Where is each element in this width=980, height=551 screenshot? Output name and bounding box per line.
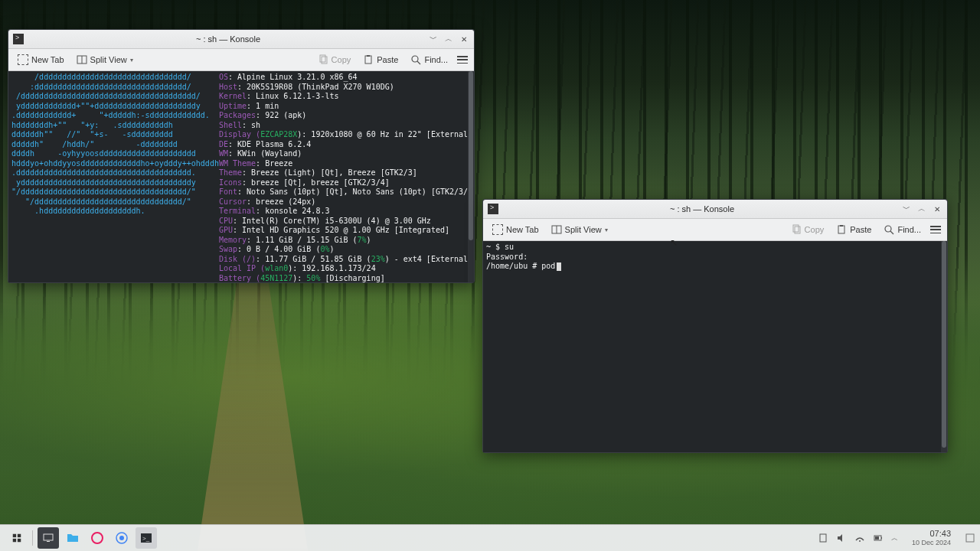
hamburger-menu-button[interactable] xyxy=(929,224,942,235)
folder-icon xyxy=(66,531,80,545)
search-icon xyxy=(410,54,421,65)
new-tab-icon xyxy=(18,54,28,65)
paste-label: Paste xyxy=(377,55,398,64)
svg-rect-10 xyxy=(793,225,799,232)
clock[interactable]: 07:43 10 Dec 2024 xyxy=(912,529,951,547)
tray-expand-icon[interactable]: ︿ xyxy=(891,533,898,543)
chrome-icon xyxy=(115,531,129,545)
svg-rect-3 xyxy=(322,57,327,64)
close-button[interactable]: ✕ xyxy=(459,34,469,44)
scrollbar-thumb[interactable] xyxy=(469,71,473,240)
taskbar-konsole[interactable]: >_ xyxy=(136,527,157,549)
chevron-down-icon: ▾ xyxy=(605,227,608,233)
split-view-icon xyxy=(551,224,562,235)
paste-icon xyxy=(363,54,374,65)
konsole-icon xyxy=(13,34,24,44)
taskbar-system-settings[interactable] xyxy=(38,527,59,549)
system-tray: ︿ 07:43 10 Dec 2024 xyxy=(818,529,975,547)
svg-text:>_: >_ xyxy=(142,535,150,542)
minimize-button[interactable]: ﹀ xyxy=(428,34,439,44)
window-title: ~ : sh — Konsole xyxy=(28,34,428,44)
split-view-label: Split View xyxy=(565,225,602,234)
new-tab-icon xyxy=(492,224,503,235)
split-view-button[interactable]: Split View ▾ xyxy=(72,52,138,67)
split-view-button[interactable]: Split View ▾ xyxy=(547,222,612,237)
svg-rect-13 xyxy=(840,225,843,227)
maximize-button[interactable]: ︿ xyxy=(443,34,454,44)
paste-label: Paste xyxy=(850,225,871,234)
terminal-output[interactable]: /dddddddddddddddddddddddddddddddd/ OS: A… xyxy=(8,71,474,282)
konsole-window-fastfetch[interactable]: ~ : sh — Konsole ﹀ ︿ ✕ New Tab Split Vie… xyxy=(8,29,475,283)
copy-label: Copy xyxy=(805,225,825,234)
svg-point-24 xyxy=(119,536,124,540)
copy-icon xyxy=(318,54,328,65)
taskbar-dolphin[interactable] xyxy=(62,527,83,549)
scrollbar[interactable] xyxy=(941,241,947,452)
new-tab-button[interactable]: New Tab xyxy=(488,222,544,237)
new-tab-label: New Tab xyxy=(31,55,64,64)
battery-tray-icon[interactable] xyxy=(873,533,884,543)
new-tab-button[interactable]: New Tab xyxy=(13,52,69,67)
konsole-icon: >_ xyxy=(139,531,153,545)
svg-point-6 xyxy=(412,56,418,62)
svg-rect-17 xyxy=(18,534,21,537)
svg-rect-31 xyxy=(875,536,879,540)
clock-time: 07:43 xyxy=(912,529,951,538)
desktop: ~ : sh — Konsole ﹀ ︿ ✕ New Tab Split Vie… xyxy=(0,0,980,551)
clock-date: 10 Dec 2024 xyxy=(912,538,951,547)
svg-rect-5 xyxy=(367,55,370,57)
svg-rect-32 xyxy=(966,534,974,542)
terminal-output[interactable]: ~ $ suPassword:/home/ubu # pod xyxy=(483,241,947,452)
copy-icon xyxy=(791,224,802,235)
app-launcher-button[interactable] xyxy=(6,527,28,549)
separator xyxy=(32,530,33,546)
scrollbar[interactable] xyxy=(468,71,474,282)
split-view-icon xyxy=(77,54,87,65)
copy-button[interactable]: Copy xyxy=(786,222,829,237)
network-tray-icon[interactable] xyxy=(854,533,865,543)
close-button[interactable]: ✕ xyxy=(932,204,942,214)
svg-rect-12 xyxy=(838,226,844,233)
svg-rect-11 xyxy=(795,227,800,233)
svg-point-28 xyxy=(859,540,861,542)
svg-rect-20 xyxy=(44,534,53,540)
svg-rect-27 xyxy=(820,534,826,542)
svg-line-15 xyxy=(890,231,893,234)
taskbar[interactable]: >_ ︿ 07:43 10 Dec 2024 xyxy=(0,524,980,551)
minimize-button[interactable]: ﹀ xyxy=(901,204,912,214)
titlebar[interactable]: ~ : sh — Konsole ﹀ ︿ ✕ xyxy=(8,30,474,49)
scrollbar-thumb[interactable] xyxy=(942,241,946,448)
svg-rect-2 xyxy=(320,55,325,62)
opera-icon xyxy=(90,531,104,545)
copy-button[interactable]: Copy xyxy=(313,52,356,67)
svg-line-7 xyxy=(417,61,420,64)
find-button[interactable]: Find... xyxy=(406,52,452,67)
konsole-window-su[interactable]: ~ : sh — Konsole ﹀ ︿ ✕ New Tab Split Vie… xyxy=(482,199,948,453)
volume-tray-icon[interactable] xyxy=(836,533,847,543)
copy-label: Copy xyxy=(332,55,351,64)
window-title: ~ : sh — Konsole xyxy=(503,204,901,214)
clipboard-tray-icon[interactable] xyxy=(818,533,828,543)
paste-button[interactable]: Paste xyxy=(831,222,876,237)
show-desktop-icon[interactable] xyxy=(965,533,975,543)
titlebar[interactable]: ~ : sh — Konsole ﹀ ︿ ✕ xyxy=(483,200,947,219)
monitor-icon xyxy=(42,532,54,544)
svg-rect-16 xyxy=(13,534,16,537)
maximize-button[interactable]: ︿ xyxy=(916,204,927,214)
search-icon xyxy=(884,224,894,235)
svg-rect-18 xyxy=(13,539,16,542)
new-tab-label: New Tab xyxy=(506,225,539,234)
taskbar-chrome[interactable] xyxy=(111,527,132,549)
svg-point-14 xyxy=(885,226,891,232)
toolbar: New Tab Split View ▾ Copy Paste Find... xyxy=(8,49,474,71)
find-button[interactable]: Find... xyxy=(879,222,926,237)
split-view-label: Split View xyxy=(90,55,127,64)
taskbar-opera[interactable] xyxy=(87,527,108,549)
svg-rect-21 xyxy=(47,541,50,542)
chevron-down-icon: ▾ xyxy=(130,57,133,64)
hamburger-menu-button[interactable] xyxy=(456,54,469,65)
toolbar: New Tab Split View ▾ Copy Paste Find... xyxy=(483,219,947,241)
paste-button[interactable]: Paste xyxy=(358,52,403,67)
svg-rect-30 xyxy=(881,537,882,539)
svg-rect-19 xyxy=(18,539,21,542)
